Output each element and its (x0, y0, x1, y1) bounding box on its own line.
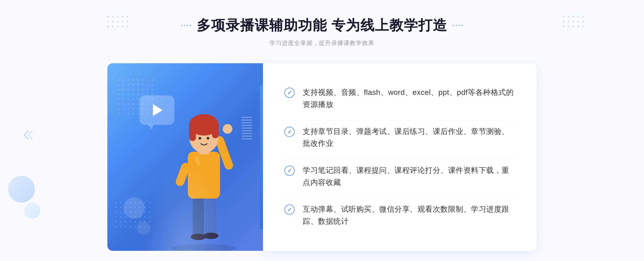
illustration-panel (107, 63, 263, 251)
feature-text-3: 学习笔记回看、课程提问、课程评论打分、课件资料下载，重点内容收藏 (303, 165, 515, 189)
feature-item-2: ✓ 支持章节目录、弹题考试、课后练习、课后作业、章节测验、批改作业 (284, 120, 515, 155)
check-icon-3: ✓ (284, 166, 295, 176)
check-icon-2: ✓ (284, 127, 295, 137)
character-illustration (153, 90, 255, 251)
header-section: 多项录播课辅助功能 专为线上教学打造 学习进度全掌握，提升录播课教学效果 (181, 16, 463, 47)
svg-point-14 (207, 137, 209, 140)
svg-rect-12 (212, 125, 219, 138)
svg-point-0 (172, 244, 236, 251)
header-dots-left (181, 25, 191, 26)
sub-title: 学习进度全掌握，提升录播课教学效果 (181, 39, 463, 47)
svg-point-4 (203, 233, 218, 239)
svg-rect-2 (205, 195, 217, 236)
features-panel: ✓ 支持视频、音频、flash、word、excel、ppt、pdf等各种格式的… (263, 63, 537, 251)
page-container: 多项录播课辅助功能 专为线上教学打造 学习进度全掌握，提升录播课教学效果 (0, 0, 644, 261)
feature-item-4: ✓ 互动弹幕、试听购买、微信分享、观看次数限制、学习进度跟踪、数据统计 (284, 198, 515, 233)
feature-item-1: ✓ 支持视频、音频、flash、word、excel、ppt、pdf等各种格式的… (284, 81, 515, 116)
decorative-circle-large (8, 176, 35, 203)
svg-rect-1 (193, 195, 204, 237)
check-icon-4: ✓ (284, 204, 295, 215)
blue-vertical-bar (260, 85, 263, 229)
decorative-circle-small (24, 203, 40, 219)
circle-decoration-2 (137, 221, 150, 235)
svg-rect-5 (188, 152, 220, 199)
header-decorators: 多项录播课辅助功能 专为线上教学打造 (181, 16, 463, 35)
left-arrows-icon (21, 130, 35, 143)
feature-text-1: 支持视频、音频、flash、word、excel、ppt、pdf等各种格式的资源… (303, 87, 515, 111)
decorative-dots-top-right (563, 16, 585, 28)
header-dots-right (453, 25, 463, 26)
svg-point-13 (199, 137, 201, 140)
svg-rect-11 (189, 125, 196, 141)
main-title: 多项录播课辅助功能 专为线上教学打造 (197, 16, 447, 35)
circle-decoration-1 (123, 197, 145, 219)
check-icon-1: ✓ (284, 88, 295, 98)
feature-text-4: 互动弹幕、试听购买、微信分享、观看次数限制、学习进度跟踪、数据统计 (303, 203, 515, 228)
content-area: ✓ 支持视频、音频、flash、word、excel、ppt、pdf等各种格式的… (107, 63, 537, 251)
feature-text-2: 支持章节目录、弹题考试、课后练习、课后作业、章节测验、批改作业 (303, 126, 515, 150)
svg-point-3 (191, 234, 206, 240)
feature-item-3: ✓ 学习笔记回看、课程提问、课程评论打分、课件资料下载，重点内容收藏 (284, 159, 515, 194)
decorative-dots-top-left (107, 16, 129, 28)
svg-point-15 (223, 124, 232, 134)
